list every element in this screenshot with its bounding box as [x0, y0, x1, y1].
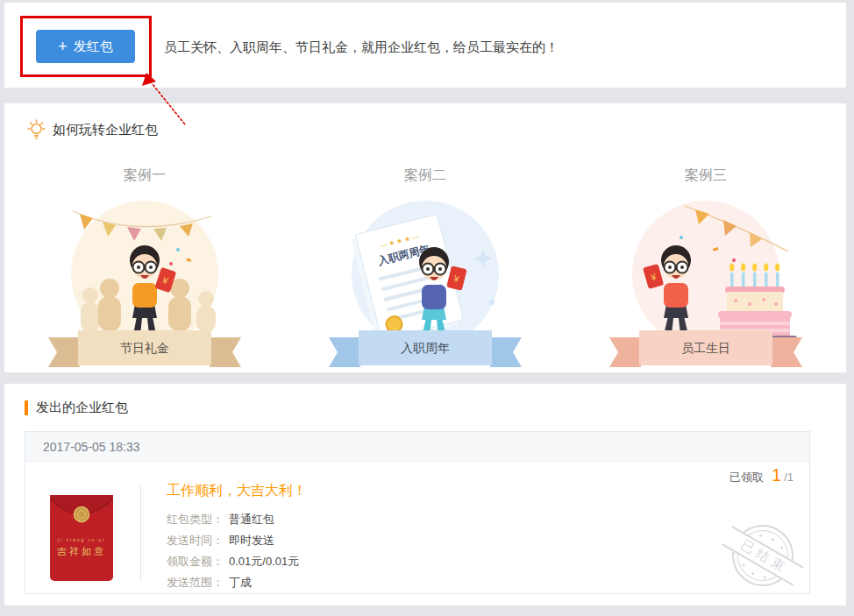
field-label: 红包类型： — [167, 509, 224, 530]
redpacket-greeting-title: 工作顺利，大吉大利！ — [167, 482, 307, 500]
send-redpacket-panel: + 发红包 员工关怀、入职周年、节日礼金，就用企业红包，给员工最实在的！ — [4, 2, 847, 89]
guide-panel: 如何玩转企业红包 案例一 — [4, 103, 847, 373]
record-datetime: 2017-05-05 18:33 — [25, 432, 809, 462]
svg-text:员工生日: 员工生日 — [681, 341, 730, 355]
field-value: 0.01元/0.01元 — [229, 551, 299, 572]
field-label: 领取金额： — [167, 551, 224, 572]
ribbon-banner: 节日礼金 — [48, 330, 241, 367]
sent-section-header: 发出的企业红包 — [25, 400, 128, 416]
field-row-recipients: 发送范围： 丁成 — [167, 572, 307, 593]
case-2: 案例二 —★★★— 入职两周年 — [285, 156, 566, 372]
field-row-send-time: 发送时间： 即时发送 — [167, 530, 307, 551]
field-row-amount: 领取金额： 0.01元/0.01元 — [167, 551, 307, 572]
field-value: 普通红包 — [229, 509, 274, 530]
case-2-title: 案例二 — [404, 166, 446, 185]
field-row-type: 红包类型： 普通红包 — [167, 509, 307, 530]
sent-redpackets-panel: 发出的企业红包 2017-05-05 18:33 ji xiang ru yi … — [4, 383, 847, 606]
record-body: ji xiang ru yi 吉祥如意 工作顺利，大吉大利！ 红包类型： 普通红… — [25, 462, 809, 593]
case-3-title: 案例三 — [685, 166, 727, 185]
svg-text:吉祥如意: 吉祥如意 — [56, 546, 106, 556]
case-list: 案例一 — [4, 156, 846, 372]
promo-text: 员工关怀、入职周年、节日礼金，就用企业红包，给员工最实在的！ — [164, 39, 559, 56]
divider — [140, 485, 141, 581]
lightbulb-icon — [27, 119, 46, 140]
finished-stamp: 已结束 — [718, 511, 807, 599]
sent-section-title: 发出的企业红包 — [36, 400, 128, 416]
red-envelope-icon: ji xiang ru yi 吉祥如意 — [50, 495, 113, 581]
claimed-count: 1 — [772, 465, 781, 485]
claimed-status: 已领取 1 /1 — [729, 465, 794, 485]
case-1-illustration-festival: ¥ 节日礼金 — [39, 197, 250, 372]
claimed-total: /1 — [784, 471, 794, 484]
annotation-arrow-icon — [139, 70, 195, 130]
case-1-title: 案例一 — [124, 166, 166, 185]
case-3: 案例三 — [566, 156, 846, 372]
plus-icon: + — [58, 39, 68, 54]
case-2-illustration-anniversary: —★★★— 入职两周年 — [320, 197, 530, 372]
ribbon-banner: 入职周年 — [329, 330, 522, 367]
svg-text:ji xiang ru yi: ji xiang ru yi — [57, 537, 105, 542]
redpacket-details: 工作顺利，大吉大利！ 红包类型： 普通红包 发送时间： 即时发送 领取金额： 0… — [167, 482, 307, 593]
claimed-label: 已领取 — [729, 470, 764, 485]
send-redpacket-label: 发红包 — [74, 39, 113, 55]
case-1: 案例一 — [4, 156, 285, 372]
field-value: 即时发送 — [229, 530, 274, 551]
field-value: 丁成 — [229, 572, 252, 593]
orange-bar-icon — [25, 400, 28, 415]
field-label: 发送范围： — [167, 572, 224, 593]
send-redpacket-button[interactable]: + 发红包 — [36, 30, 135, 63]
svg-text:节日礼金: 节日礼金 — [120, 341, 169, 355]
svg-text:入职周年: 入职周年 — [401, 341, 450, 355]
field-label: 发送时间： — [167, 530, 224, 551]
redpacket-record-card: 2017-05-05 18:33 ji xiang ru yi 吉祥如意 工作顺… — [25, 431, 810, 594]
case-3-illustration-birthday: ¥ 员工生日 — [601, 197, 811, 372]
